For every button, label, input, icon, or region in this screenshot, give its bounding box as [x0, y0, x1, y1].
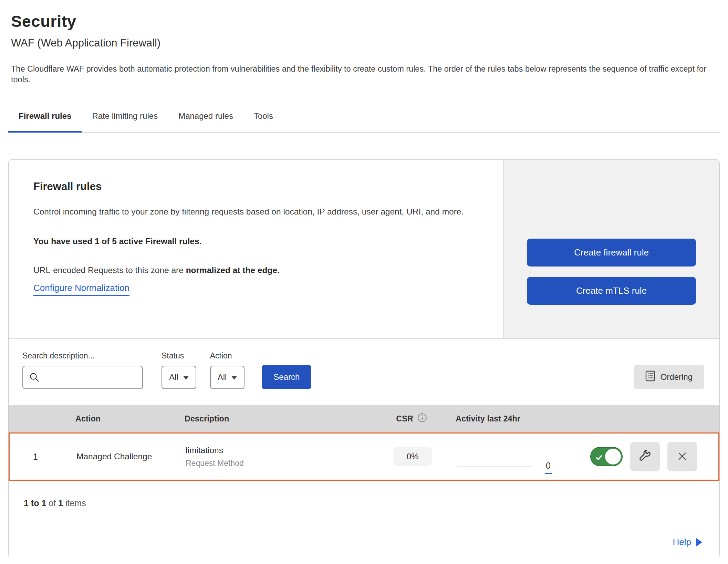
firewall-rules-card: Firewall rules Control incoming traffic … — [8, 159, 720, 558]
header-csr: CSR — [396, 413, 427, 425]
action-select[interactable]: All — [210, 366, 245, 389]
rule-description-cell: limitations Request Method — [175, 446, 378, 468]
toggle-knob — [605, 449, 621, 464]
rule-action: Managed Challenge — [61, 452, 175, 461]
caret-down-icon — [231, 376, 237, 380]
card-description: Control incoming traffic to your zone by… — [33, 205, 489, 219]
waf-tab-bar: Firewall rules Rate limiting rules Manag… — [8, 106, 720, 133]
rule-description-sub: Request Method — [186, 459, 378, 468]
normalization-note: URL-encoded Requests to this zone are no… — [33, 265, 489, 275]
tab-firewall-rules[interactable]: Firewall rules — [8, 106, 82, 132]
caret-down-icon — [183, 376, 189, 380]
tab-tools[interactable]: Tools — [243, 106, 283, 132]
ordering-button[interactable]: Ordering — [634, 365, 704, 389]
items-total: 1 — [58, 498, 63, 508]
search-group: Search description... — [22, 351, 143, 389]
items-of-text: of — [46, 498, 58, 508]
tab-rate-limiting-rules[interactable]: Rate limiting rules — [82, 106, 168, 132]
close-icon — [677, 451, 688, 463]
activity-count-link[interactable]: 0 — [545, 461, 552, 474]
page-subtitle: WAF (Web Application Firewall) — [11, 37, 720, 49]
info-icon[interactable] — [417, 413, 427, 425]
search-button[interactable]: Search — [262, 365, 311, 389]
action-filter-group: Action All — [210, 351, 245, 389]
delete-rule-button[interactable] — [667, 442, 697, 471]
check-icon — [595, 453, 603, 463]
rule-enabled-toggle[interactable] — [590, 447, 623, 466]
page-description: The Cloudflare WAF provides both automat… — [11, 64, 715, 85]
rule-activity-cell: 0 — [447, 434, 568, 480]
tab-managed-rules[interactable]: Managed rules — [168, 106, 243, 132]
wrench-icon — [638, 449, 652, 464]
page-title: Security — [11, 12, 720, 31]
rule-controls — [568, 442, 718, 471]
items-suffix: items — [63, 498, 86, 508]
search-box — [22, 366, 143, 389]
edit-rule-button[interactable] — [630, 442, 660, 471]
normalization-text: URL-encoded Requests to this zone are — [33, 265, 186, 275]
card-heading: Firewall rules — [33, 180, 489, 193]
search-label: Search description... — [22, 351, 143, 361]
normalization-bold-text: normalized at the edge. — [186, 265, 280, 275]
search-input[interactable] — [22, 366, 143, 389]
status-selected-value: All — [169, 373, 178, 382]
status-label: Status — [162, 351, 196, 361]
filter-bar: Search description... Status All Action — [9, 339, 719, 405]
help-link-label: Help — [673, 537, 691, 547]
configure-normalization-link[interactable]: Configure Normalization — [33, 283, 129, 296]
status-filter-group: Status All — [162, 351, 196, 389]
header-activity: Activity last 24hr — [446, 414, 566, 424]
firewall-rules-summary-section: Firewall rules Control incoming traffic … — [9, 160, 719, 339]
status-select[interactable]: All — [162, 366, 196, 389]
ordered-list-icon — [645, 370, 655, 384]
arrow-right-icon — [696, 538, 702, 546]
usage-summary: You have used 1 of 5 active Firewall rul… — [33, 237, 489, 246]
ordering-button-label: Ordering — [661, 372, 693, 382]
card-help-row: Help — [9, 526, 719, 558]
header-action: Action — [60, 414, 174, 424]
action-selected-value: All — [218, 373, 227, 382]
action-label: Action — [210, 351, 245, 361]
table-row-rule-1: 1 Managed Challenge limitations Request … — [9, 432, 719, 481]
rule-description: limitations — [186, 446, 378, 455]
items-range: 1 to 1 — [24, 498, 46, 508]
rules-table-header: Action Description CSR Activity last 24h… — [9, 405, 719, 432]
rule-csr-cell: 0% — [393, 452, 433, 461]
activity-sparkline — [457, 467, 532, 467]
create-rule-panel: Create firewall rule Create mTLS rule — [503, 160, 719, 338]
table-pagination-summary: 1 to 1 of 1 items — [9, 481, 719, 526]
help-link[interactable]: Help — [673, 537, 702, 547]
create-firewall-rule-button[interactable]: Create firewall rule — [527, 239, 696, 267]
rule-order-number: 1 — [33, 452, 38, 462]
header-description: Description — [174, 414, 377, 424]
csr-badge: 0% — [393, 447, 433, 466]
firewall-rules-info: Firewall rules Control incoming traffic … — [9, 160, 503, 338]
header-csr-label: CSR — [396, 414, 413, 424]
security-waf-page: Security WAF (Web Application Firewall) … — [0, 12, 728, 558]
create-mtls-rule-button[interactable]: Create mTLS rule — [527, 277, 696, 305]
